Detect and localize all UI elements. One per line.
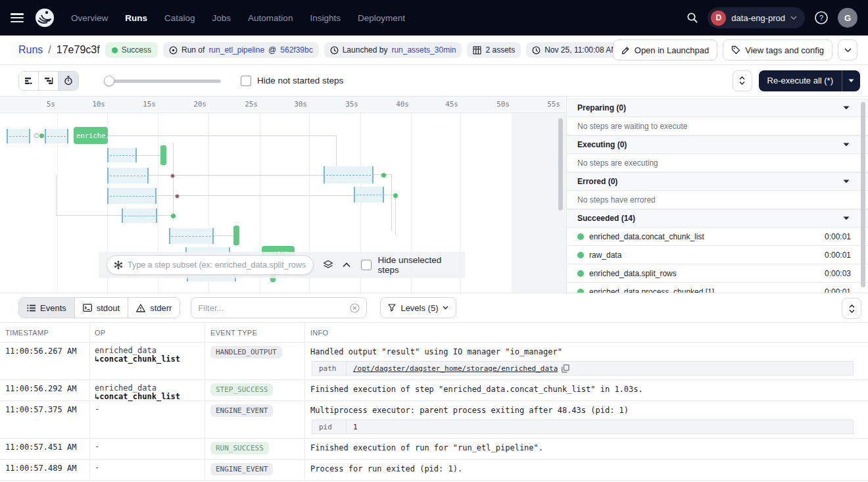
levels-dropdown[interactable]: Levels (5) [380, 297, 456, 318]
reexecute-all-button[interactable]: Re-execute all (*) [759, 70, 860, 91]
clear-filter-icon[interactable] [350, 303, 360, 313]
gantt-bar-waiting[interactable] [169, 228, 214, 244]
run-header-more-button[interactable] [838, 39, 857, 60]
menu-icon[interactable] [11, 13, 24, 22]
tag-link[interactable]: 562f39bc [280, 45, 312, 55]
gantt-bar-waiting[interactable] [107, 148, 137, 162]
chevron-down-icon [443, 306, 448, 310]
nav-item-runs[interactable]: Runs [125, 13, 147, 23]
waterfall-view-button[interactable] [39, 72, 59, 90]
gantt-bar-waiting[interactable] [45, 129, 68, 143]
dagster-logo-icon[interactable] [33, 6, 57, 30]
gantt-bar-waiting[interactable] [324, 166, 374, 183]
open-in-launchpad-button[interactable]: Open in Launchpad [613, 39, 717, 60]
layers-icon[interactable] [323, 260, 333, 270]
search-icon[interactable] [687, 12, 698, 24]
view-tags-config-button[interactable]: View tags and config [723, 39, 832, 60]
nav-item-insights[interactable]: Insights [310, 13, 341, 23]
gantt-sort-button[interactable] [733, 70, 752, 91]
metadata-value[interactable]: /opt/dagster/dagster_home/storage/enrich… [347, 364, 576, 373]
tab-stdout[interactable]: stdout [75, 298, 128, 318]
hide-unselected-label: Hide unselected steps [377, 255, 465, 275]
caret-down-icon [848, 79, 854, 83]
hide-unselected-checkbox[interactable] [361, 260, 372, 270]
app-canvas: OverviewRunsCatalogJobsAutomationInsight… [0, 0, 868, 482]
axis-tick-45s: 45s [445, 100, 458, 108]
events-table: TIMESTAMP OP EVENT TYPE INFO 11:00:56.26… [0, 322, 868, 482]
nav-item-overview[interactable]: Overview [71, 13, 108, 23]
nav-item-automation[interactable]: Automation [248, 13, 293, 23]
zoom-slider-thumb[interactable] [104, 76, 114, 86]
events-sort-button[interactable] [842, 298, 861, 319]
gantt-bar-succeeded[interactable] [233, 226, 239, 245]
event-type-cell: HANDLED_OUTPUT [210, 345, 282, 358]
run-tag-2[interactable]: 2 assets [467, 42, 521, 58]
nav-item-catalog[interactable]: Catalog [164, 13, 195, 23]
step-subset-input[interactable] [128, 260, 306, 270]
nav-item-deployment[interactable]: Deployment [358, 13, 405, 23]
step-row[interactable]: enriched_data.process_chunked [1]0:00:01 [567, 283, 868, 293]
event-metadata-table: path/opt/dagster/dagster_home/storage/en… [312, 361, 854, 375]
gantt-bar-waiting[interactable] [7, 129, 30, 143]
run-tag-0[interactable]: Run of run_etl_pipeline @ 562f39bc [163, 42, 319, 58]
event-type-cell: ENGINE_EVENT [210, 404, 273, 417]
section-header-succeeded[interactable]: Succeeded (14) [567, 209, 868, 228]
reexecute-dropdown-button[interactable] [842, 70, 860, 91]
chevron-up-icon[interactable] [343, 262, 350, 268]
tab-stderr[interactable]: stderr [128, 298, 180, 318]
step-name: enriched_data.process_chunked [1] [589, 287, 714, 293]
copy-icon[interactable] [562, 364, 569, 373]
log-tabs: Events stdout stderr [18, 297, 180, 318]
step-subset-inputbox[interactable] [107, 255, 314, 275]
tab-events[interactable]: Events [19, 298, 75, 318]
workspace-switcher[interactable]: D data-eng-prod [708, 7, 805, 28]
tag-link[interactable]: run_assets_30min [391, 45, 456, 55]
gantt-bar-waiting[interactable] [122, 208, 157, 223]
gantt-marker-dot [171, 214, 176, 218]
gantt-scrollbar[interactable] [558, 118, 563, 210]
flat-view-button[interactable] [19, 72, 39, 90]
warning-icon [136, 304, 145, 312]
gantt-bar-succeeded[interactable]: enriche. [74, 127, 108, 144]
event-timestamp: 11:00:57.375 AM [5, 405, 76, 414]
tag-text: Run of [181, 45, 205, 55]
section-header-preparing[interactable]: Preparing (0) [567, 99, 868, 117]
metadata-key: path [312, 362, 347, 375]
event-row[interactable]: 11:00:56.267 AMenriched_data↳concat_chun… [0, 343, 868, 380]
step-row[interactable]: enriched_data.concat_chunk_list0:00:01 [567, 228, 868, 246]
run-tag-3[interactable]: Nov 25, 11:00:08 AM [526, 42, 623, 58]
run-tag-1[interactable]: Launched by run_assets_30min [324, 42, 462, 58]
gantt-bar-waiting[interactable] [354, 187, 384, 203]
event-type-cell: ENGINE_EVENT [210, 462, 273, 475]
gantt-bar-waiting[interactable] [107, 168, 149, 183]
event-row[interactable]: 11:00:57.375 AM-ENGINE_EVENTMultiprocess… [0, 401, 868, 439]
gantt-bar-succeeded[interactable] [160, 145, 166, 165]
caret-down-icon [843, 216, 850, 220]
hide-not-started-checkbox[interactable] [241, 76, 251, 86]
event-type-cell: RUN_SUCCESS [210, 441, 269, 454]
nav-item-jobs[interactable]: Jobs [212, 13, 231, 23]
user-avatar[interactable]: G [838, 8, 857, 28]
tag-link[interactable]: run_etl_pipeline [208, 45, 264, 55]
timed-view-button[interactable] [59, 72, 78, 90]
section-header-errored[interactable]: Errored (0) [567, 172, 868, 191]
gantt-connector-line [391, 174, 392, 231]
step-panel-scrollbar[interactable] [861, 102, 865, 287]
step-row[interactable]: enriched_data.split_rows0:00:03 [567, 264, 868, 283]
step-row[interactable]: raw_data0:00:01 [567, 246, 868, 264]
axis-tick-10s: 10s [92, 100, 105, 108]
section-header-executing[interactable]: Executing (0) [567, 135, 868, 154]
filter-box[interactable] [191, 297, 367, 318]
gantt-bar-waiting[interactable] [107, 188, 157, 204]
event-op: - [95, 405, 99, 414]
breadcrumb-runs-link[interactable]: Runs [18, 44, 43, 56]
event-row[interactable]: 11:00:57.489 AM-ENGINE_EVENTProcess for … [0, 460, 868, 481]
zoom-slider[interactable] [104, 76, 221, 86]
event-row[interactable]: 11:00:57.451 AM-RUN_SUCCESSFinished exec… [0, 439, 868, 460]
event-info: Finished execution of run for "run_etl_p… [310, 443, 855, 452]
filter-input[interactable] [198, 303, 350, 313]
help-icon[interactable]: ? [814, 11, 829, 25]
run-header-actions: Open in Launchpad View tags and config [613, 39, 857, 60]
run-header-left: Runs / 17e79c3f Success Run of run_etl_p… [18, 42, 613, 58]
event-row[interactable]: 11:00:56.292 AMenriched_data↳concat_chun… [0, 380, 868, 401]
